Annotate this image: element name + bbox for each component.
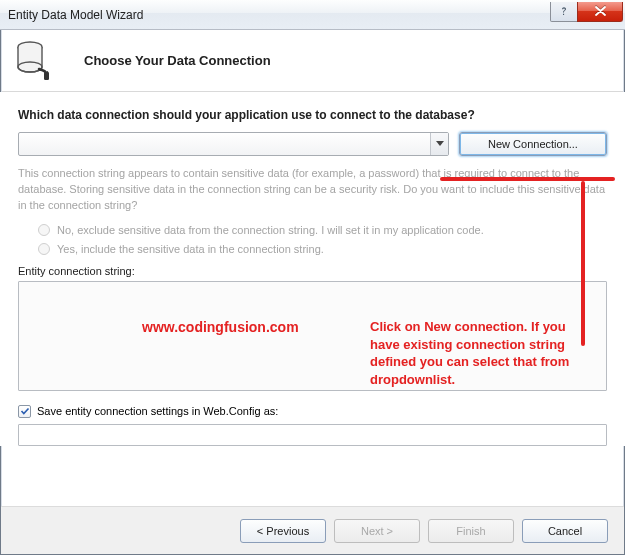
sensitive-radio-group: No, exclude sensitive data from the conn… — [38, 224, 607, 255]
radio-exclude-label: No, exclude sensitive data from the conn… — [57, 224, 484, 236]
window-buttons — [551, 2, 623, 22]
svg-rect-4 — [47, 71, 48, 73]
sensitive-data-explain: This connection string appears to contai… — [18, 166, 607, 214]
radio-icon — [38, 243, 50, 255]
check-icon — [20, 406, 30, 416]
save-settings-checkbox[interactable] — [18, 405, 31, 418]
radio-icon — [38, 224, 50, 236]
entity-connection-string[interactable] — [18, 281, 607, 391]
database-icon — [14, 38, 60, 84]
window-title: Entity Data Model Wizard — [8, 8, 551, 22]
connection-row: New Connection... — [18, 132, 607, 156]
titlebar: Entity Data Model Wizard — [0, 0, 625, 30]
cancel-button[interactable]: Cancel — [522, 519, 608, 543]
save-settings-name-input[interactable] — [18, 424, 607, 446]
wizard-header: Choose Your Data Connection — [0, 30, 625, 92]
wizard-body: Which data connection should your applic… — [0, 92, 625, 446]
close-button[interactable] — [577, 2, 623, 22]
connection-prompt: Which data connection should your applic… — [18, 108, 607, 122]
radio-include-label: Yes, include the sensitive data in the c… — [57, 243, 324, 255]
new-connection-button[interactable]: New Connection... — [459, 132, 607, 156]
svg-rect-3 — [45, 71, 46, 73]
dropdown-arrow[interactable] — [430, 133, 448, 155]
radio-include-sensitive: Yes, include the sensitive data in the c… — [38, 243, 607, 255]
connection-dropdown[interactable] — [18, 132, 449, 156]
previous-button[interactable]: < Previous — [240, 519, 326, 543]
save-settings-row: Save entity connection settings in Web.C… — [18, 405, 607, 418]
help-icon — [559, 6, 569, 16]
help-button[interactable] — [550, 2, 578, 22]
next-button: Next > — [334, 519, 420, 543]
close-icon — [595, 6, 606, 16]
save-settings-label: Save entity connection settings in Web.C… — [37, 405, 278, 417]
chevron-down-icon — [436, 141, 444, 147]
wizard-heading: Choose Your Data Connection — [84, 53, 271, 68]
finish-button: Finish — [428, 519, 514, 543]
radio-exclude-sensitive: No, exclude sensitive data from the conn… — [38, 224, 607, 236]
wizard-footer: < Previous Next > Finish Cancel — [1, 506, 624, 554]
svg-rect-2 — [44, 72, 49, 80]
entity-connection-label: Entity connection string: — [18, 265, 607, 277]
